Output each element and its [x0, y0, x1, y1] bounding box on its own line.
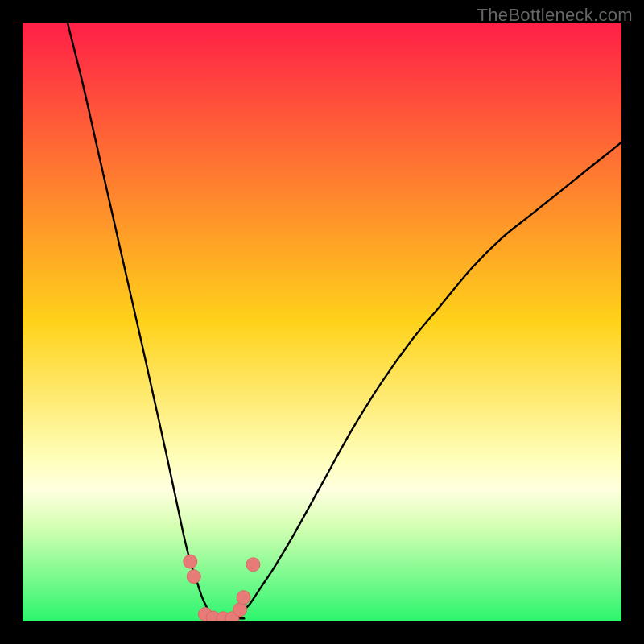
frame: TheBottleneck.com: [0, 0, 644, 644]
data-dot: [237, 591, 250, 605]
data-dot: [187, 570, 200, 584]
data-dot: [233, 603, 247, 617]
chart-svg: [23, 23, 621, 621]
data-dot: [246, 558, 260, 572]
gradient-backdrop: [23, 23, 621, 621]
chart-area: [23, 23, 621, 621]
data-dot: [184, 555, 197, 568]
